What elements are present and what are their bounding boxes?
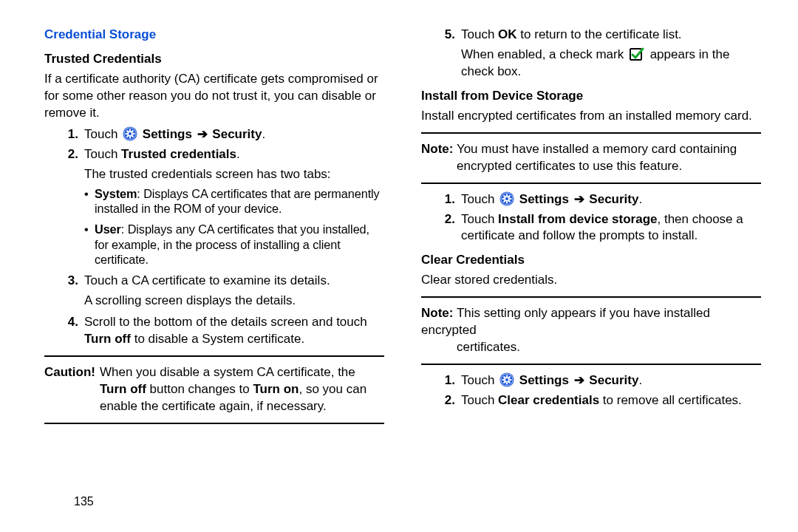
security-label: Security — [589, 373, 638, 387]
text: Touch — [461, 212, 498, 226]
step-tail: When enabled, a check mark appears in th… — [461, 47, 761, 81]
step-number: 1. — [64, 126, 84, 143]
text: : Displays CA certificates that are perm… — [95, 187, 380, 215]
divider — [421, 183, 761, 184]
arrow-icon: ➔ — [574, 373, 584, 387]
text: Touch — [461, 192, 498, 206]
step-number: 5. — [440, 27, 461, 81]
text: Touch — [84, 147, 121, 161]
step-body: Touch Settings ➔ Security. — [461, 191, 761, 208]
note-memory-card: Note: You must have installed a memory c… — [421, 141, 761, 175]
text: button changes to — [146, 382, 253, 396]
text: Scroll to the bottom of the details scre… — [84, 315, 367, 329]
turn-off-label: Turn off — [100, 382, 146, 396]
install-step-1: 1. Touch Settings ➔ Security. — [440, 191, 761, 208]
note-cont: encrypted certificates to use this featu… — [457, 158, 761, 175]
turn-off-label: Turn off — [84, 332, 131, 346]
step-number: 1. — [440, 372, 461, 389]
settings-gear-icon — [499, 372, 514, 387]
clear-intro: Clear stored credentials. — [421, 272, 761, 289]
security-label: Security — [589, 192, 638, 206]
divider — [44, 423, 384, 424]
settings-gear-icon — [123, 126, 137, 141]
substep-user: • User: Displays any CA certificates tha… — [84, 222, 384, 267]
trusted-intro: If a certificate authority (CA) certific… — [44, 71, 384, 122]
step-4: 4. Scroll to the bottom of the details s… — [64, 314, 384, 348]
trusted-credentials-label: Trusted credentials — [121, 147, 236, 161]
note-label: Note: — [421, 306, 453, 320]
text: You must have installed a memory card co… — [457, 142, 737, 156]
clear-credentials-label: Clear credentials — [498, 393, 599, 407]
substep-system: • System: Displays CA certificates that … — [84, 186, 384, 216]
step-body: Scroll to the bottom of the details scre… — [84, 314, 384, 348]
step-number: 2. — [64, 146, 84, 183]
text: to disable a System certificate. — [131, 332, 304, 346]
bullet-icon: • — [84, 222, 95, 267]
step-number: 2. — [440, 211, 461, 245]
text: When you disable a system CA certificate… — [100, 365, 355, 379]
page-number: 135 — [74, 494, 94, 510]
trusted-credentials-heading: Trusted Credentials — [44, 51, 384, 68]
caution-label: Caution! — [44, 364, 100, 415]
settings-label: Settings — [143, 127, 192, 141]
step-body: Touch a CA certificate to examine its de… — [84, 273, 384, 310]
arrow-icon: ➔ — [197, 127, 208, 141]
step-1: 1. Touch Settings ➔ Security. — [64, 126, 384, 143]
settings-label: Settings — [519, 373, 569, 387]
step-body: Touch Trusted credentials. The trusted c… — [84, 146, 384, 183]
note-clear: Note: This setting only appears if you h… — [421, 305, 761, 356]
text: to return to the certificate list. — [517, 27, 682, 41]
checkmark-icon — [629, 47, 645, 61]
text: Touch — [461, 373, 498, 387]
substep-body: System: Displays CA certificates that ar… — [95, 186, 384, 216]
clear-step-1: 1. Touch Settings ➔ Security. — [440, 372, 761, 389]
step-number: 2. — [440, 392, 461, 409]
period: . — [638, 373, 642, 387]
section-title: Credential Storage — [44, 27, 384, 44]
text: This setting only appears if you have in… — [421, 306, 710, 337]
step-body: Touch Install from device storage, then … — [461, 211, 761, 245]
install-heading: Install from Device Storage — [421, 88, 761, 105]
step-number: 1. — [440, 191, 461, 208]
turn-on-label: Turn on — [253, 382, 299, 396]
ok-label: OK — [498, 27, 517, 41]
step-body: Touch Settings ➔ Security. — [84, 126, 384, 143]
text: Touch — [461, 27, 498, 41]
substep-body: User: Displays any CA certificates that … — [95, 222, 384, 267]
caution-body: When you disable a system CA certificate… — [100, 364, 384, 415]
note-label: Note: — [421, 142, 453, 156]
period: . — [638, 192, 642, 206]
divider — [421, 364, 761, 365]
step-number: 4. — [64, 314, 84, 348]
text: Touch — [461, 393, 498, 407]
settings-label: Settings — [519, 192, 569, 206]
right-column: 5. Touch OK to return to the certificate… — [421, 27, 761, 432]
step-5: 5. Touch OK to return to the certificate… — [440, 27, 761, 81]
clear-heading: Clear Credentials — [421, 252, 761, 269]
divider — [421, 132, 761, 134]
step-3: 3. Touch a CA certificate to examine its… — [64, 273, 384, 310]
step-body: Touch Clear credentials to remove all ce… — [461, 392, 761, 409]
divider — [421, 296, 761, 298]
step-tail: The trusted credentials screen has two t… — [84, 166, 384, 183]
install-step-2: 2. Touch Install from device storage, th… — [440, 211, 761, 245]
step-body: Touch Settings ➔ Security. — [461, 372, 761, 389]
caution-note: Caution! When you disable a system CA ce… — [44, 364, 384, 415]
step-body: Touch OK to return to the certificate li… — [461, 27, 761, 81]
step-number: 3. — [64, 273, 84, 310]
system-label: System — [95, 187, 137, 200]
install-from-device-storage-label: Install from device storage — [498, 212, 657, 226]
bullet-icon: • — [84, 186, 95, 216]
text: A scrolling screen displays the details. — [84, 293, 384, 310]
text: Touch — [84, 127, 121, 141]
period: . — [262, 127, 265, 141]
divider — [44, 355, 384, 357]
arrow-icon: ➔ — [574, 192, 584, 206]
note-cont: certificates. — [457, 339, 761, 356]
step-2: 2. Touch Trusted credentials. The truste… — [64, 146, 384, 183]
text: : Displays any CA certificates that you … — [95, 222, 369, 266]
left-column: Credential Storage Trusted Credentials I… — [44, 27, 384, 432]
security-label: Security — [212, 127, 262, 141]
user-label: User — [95, 222, 121, 236]
install-intro: Install encrypted certificates from an i… — [421, 108, 761, 125]
